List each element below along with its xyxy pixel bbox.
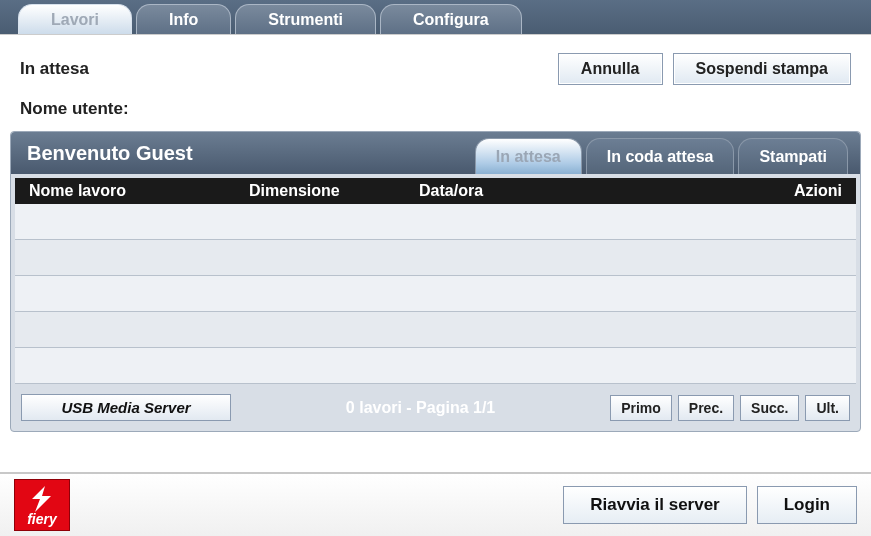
pause-print-button[interactable]: Sospendi stampa	[673, 53, 851, 85]
bottom-bar: fiery Riavvia il server Login	[0, 472, 871, 536]
action-buttons: Annulla Sospendi stampa	[558, 53, 851, 85]
cancel-button[interactable]: Annulla	[558, 53, 663, 85]
pager-last-button[interactable]: Ult.	[805, 395, 850, 421]
action-row: In attesa Annulla Sospendi stampa	[0, 35, 871, 99]
subtab-queue[interactable]: In coda attesa	[586, 138, 735, 174]
col-header-actions: Azioni	[742, 182, 842, 200]
table-row	[15, 348, 856, 384]
table-row	[15, 276, 856, 312]
tab-info[interactable]: Info	[136, 4, 231, 34]
pager-prev-button[interactable]: Prec.	[678, 395, 734, 421]
table-row	[15, 312, 856, 348]
table-body	[15, 204, 856, 384]
tab-lavori[interactable]: Lavori	[18, 4, 132, 34]
restart-server-button[interactable]: Riavvia il server	[563, 486, 746, 524]
pager-first-button[interactable]: Primo	[610, 395, 672, 421]
fiery-logo: fiery	[14, 479, 70, 531]
pager-summary: 0 lavori - Pagina 1/1	[243, 399, 598, 417]
panel-footer: USB Media Server 0 lavori - Pagina 1/1 P…	[11, 384, 860, 431]
col-header-size: Dimensione	[249, 182, 419, 200]
usb-media-server-button[interactable]: USB Media Server	[21, 394, 231, 421]
status-label: In attesa	[20, 59, 89, 79]
tab-configura[interactable]: Configura	[380, 4, 522, 34]
panel-header: Benvenuto Guest In attesa In coda attesa…	[11, 132, 860, 174]
pager-next-button[interactable]: Succ.	[740, 395, 799, 421]
subtab-waiting[interactable]: In attesa	[475, 138, 582, 174]
subtab-printed[interactable]: Stampati	[738, 138, 848, 174]
login-button[interactable]: Login	[757, 486, 857, 524]
fiery-logo-text: fiery	[27, 512, 57, 526]
username-label: Nome utente:	[0, 99, 871, 131]
lightning-icon	[25, 484, 59, 514]
top-tabs: Lavori Info Strumenti Configura	[0, 0, 871, 34]
table-row	[15, 240, 856, 276]
tab-strumenti[interactable]: Strumenti	[235, 4, 376, 34]
sub-tabs: In attesa In coda attesa Stampati	[475, 132, 860, 174]
content-area: In attesa Annulla Sospendi stampa Nome u…	[0, 34, 871, 432]
col-header-name: Nome lavoro	[29, 182, 249, 200]
table-row	[15, 204, 856, 240]
bottom-buttons: Riavvia il server Login	[563, 486, 857, 524]
table-header: Nome lavoro Dimensione Data/ora Azioni	[15, 178, 856, 204]
pager-buttons: Primo Prec. Succ. Ult.	[610, 395, 850, 421]
col-header-date: Data/ora	[419, 182, 742, 200]
jobs-panel: Benvenuto Guest In attesa In coda attesa…	[10, 131, 861, 432]
welcome-text: Benvenuto Guest	[27, 142, 193, 165]
